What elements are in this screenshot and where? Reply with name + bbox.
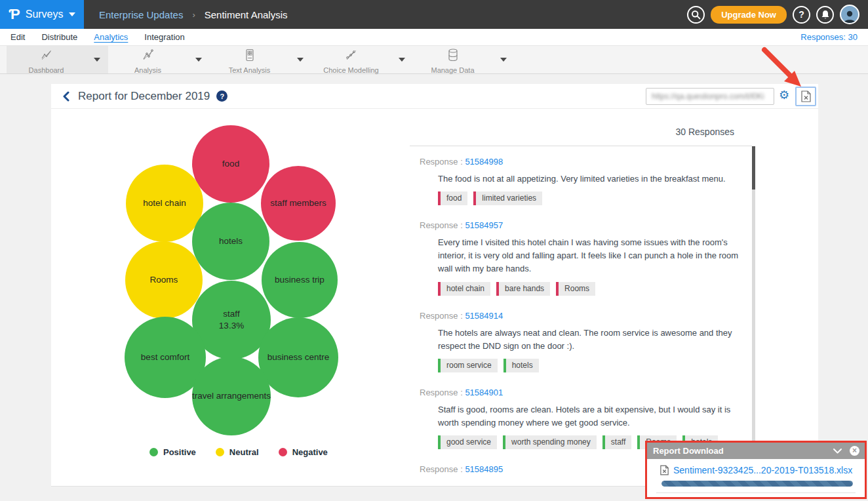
legend-label: Positive (163, 447, 196, 457)
bubble-label: travel arrangements (192, 390, 271, 402)
response-id[interactable]: 51584957 (465, 220, 503, 230)
product-name: Surveys (26, 9, 64, 20)
line-chart-icon (39, 48, 54, 65)
responses-scrollbar[interactable] (752, 146, 755, 486)
tab-label: Text Analysis (229, 66, 271, 74)
tab-content: Analysis (108, 46, 187, 74)
tab-label: Dashboard (29, 66, 64, 74)
bubble-staff-members[interactable]: staff members (261, 166, 336, 241)
tab-manage-data[interactable]: Manage Data (413, 46, 515, 73)
notifications-button[interactable] (816, 6, 834, 24)
responses-header: 30 Responses (577, 127, 734, 137)
export-xlsx-button[interactable] (795, 87, 816, 106)
breadcrumb-separator: › (192, 10, 195, 20)
response-label: Response : 51584998 (420, 157, 752, 167)
xlsx-file-icon (660, 465, 669, 475)
sentiment-tag[interactable]: food (438, 191, 467, 205)
legend-dot (216, 448, 224, 456)
tab-dashboard[interactable]: Dashboard (7, 46, 108, 73)
bubble-rooms[interactable]: Rooms (125, 241, 203, 319)
bubble-hotels[interactable]: hotels (192, 203, 269, 280)
chevron-down-icon (399, 58, 405, 62)
sentiment-tag[interactable]: Rooms (556, 282, 595, 296)
sentiment-tag[interactable]: room service (438, 359, 498, 372)
response-tags: room servicehotels (438, 359, 752, 372)
menu-item-distribute[interactable]: Distribute (41, 32, 77, 42)
tab-dropdown-button[interactable] (492, 58, 515, 62)
menu-item-edit[interactable]: Edit (10, 32, 25, 42)
chevron-left-icon (62, 91, 69, 102)
search-button[interactable] (687, 6, 705, 24)
user-avatar[interactable] (840, 5, 859, 24)
bubble-label: best comfort (141, 351, 189, 363)
bubble-hotel-chain[interactable]: hotel chain (126, 165, 203, 242)
bubble-travel-arrangements[interactable]: travel arrangements (192, 357, 271, 435)
chevron-down-icon (297, 58, 304, 62)
sentiment-tag[interactable]: hotel chain (438, 282, 490, 296)
share-url-input[interactable]: https://qa.questionpro.com/t/l0Ki (646, 88, 774, 105)
response-id[interactable]: 51584914 (465, 311, 503, 321)
responses-count[interactable]: Responses: 30 (800, 32, 858, 42)
tab-content: Dashboard (7, 46, 86, 74)
upgrade-now-button[interactable]: Upgrade Now (711, 6, 787, 24)
tab-label: Analysis (134, 66, 161, 74)
download-file-link[interactable]: Sentiment-9323425...20-2019-T013518.xlsx (673, 465, 852, 475)
bubble-food[interactable]: food (192, 125, 269, 203)
tab-text-analysis[interactable]: Text Analysis (210, 46, 311, 73)
breadcrumb-survey-name[interactable]: Enterprise Updates (99, 9, 183, 20)
report-card-header: Report for December 2019 ? https://qa.qu… (51, 84, 818, 109)
bubble-business-centre[interactable]: business centre (258, 317, 338, 397)
sentiment-tag[interactable]: good service (438, 435, 497, 449)
chevron-down-icon (69, 12, 75, 16)
tab-dropdown-button[interactable] (391, 58, 413, 62)
surveys-product-menu[interactable]: Ƥ Surveys (0, 0, 84, 29)
report-settings-button[interactable]: ⚙ (779, 89, 789, 101)
help-button[interactable]: ? (793, 6, 810, 24)
tab-analysis[interactable]: Analysis (108, 46, 210, 73)
menu-items: EditDistributeAnalyticsIntegration (10, 32, 185, 42)
legend-item-neutral: Neutral (216, 447, 259, 457)
sentiment-tag[interactable]: worth spending money (503, 435, 597, 449)
menu-item-integration[interactable]: Integration (144, 32, 184, 42)
response-id[interactable]: 51584901 (465, 388, 503, 397)
chevron-down-icon (94, 58, 100, 62)
breadcrumb: Enterprise Updates › Sentiment Analysis (99, 9, 287, 20)
collapse-button[interactable] (833, 449, 842, 454)
topbar-actions: Upgrade Now ? (687, 5, 868, 24)
tab-label: Choice Modelling (323, 66, 378, 74)
menu-item-analytics[interactable]: Analytics (94, 32, 128, 42)
response-label: Response : 51584957 (420, 220, 752, 230)
response-text: The hotels are always neat and clean. Th… (438, 327, 746, 353)
response-id[interactable]: 51584895 (465, 464, 503, 474)
tab-dropdown-button[interactable] (289, 58, 311, 62)
response-text: Staff is good, rooms are clean. Hotels a… (438, 403, 746, 430)
response-id[interactable]: 51584998 (465, 157, 503, 167)
tab-dropdown-button[interactable] (86, 58, 108, 62)
response-tags: hotel chainbare handsRooms (438, 282, 752, 296)
scrollbar-thumb[interactable] (752, 146, 755, 190)
bell-icon (821, 10, 830, 20)
database-icon (446, 48, 460, 65)
bubble-label: Rooms (150, 274, 178, 286)
gear-icon: ⚙ (779, 88, 789, 102)
response-tags: foodlimited varieties (438, 191, 752, 205)
bubble-label: staff members (270, 197, 326, 209)
report-help-button[interactable]: ? (216, 90, 227, 102)
sentiment-tag[interactable]: hotels (503, 359, 539, 372)
tab-choice-modelling[interactable]: Choice Modelling (311, 46, 413, 73)
breadcrumb-page-name: Sentiment Analysis (205, 9, 288, 20)
chevron-down-icon (500, 58, 507, 62)
bubble-business-trip[interactable]: business trip (262, 242, 338, 318)
response-item: Response : 51584901Staff is good, rooms … (420, 388, 752, 449)
bubble-label: business centre (267, 351, 330, 363)
sentiment-tag[interactable]: bare hands (496, 282, 550, 296)
response-label-prefix: Response : (420, 220, 465, 230)
sentiment-tag[interactable]: staff (602, 435, 631, 449)
close-button[interactable]: × (850, 446, 859, 456)
bubble-label: staff (223, 308, 239, 320)
response-label: Response : 51584914 (420, 311, 752, 321)
sentiment-tag[interactable]: limited varieties (473, 191, 542, 205)
search-icon (691, 10, 701, 20)
tab-dropdown-button[interactable] (187, 58, 210, 62)
back-button[interactable] (62, 91, 69, 102)
